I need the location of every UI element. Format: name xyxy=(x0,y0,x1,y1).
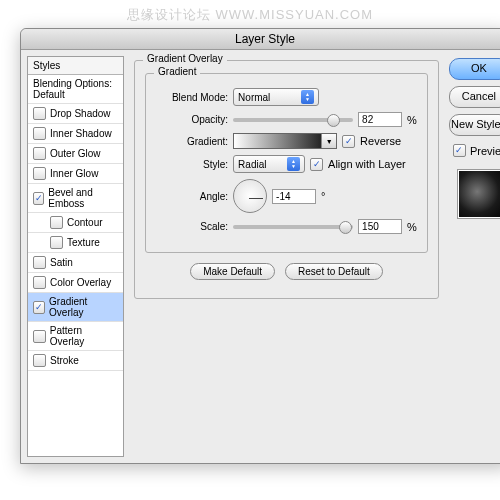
sidebar-item-label: Satin xyxy=(50,257,73,268)
dialog-body: Styles Blending Options: Default Drop Sh… xyxy=(21,50,500,463)
checkbox[interactable] xyxy=(33,276,46,289)
blend-mode-label: Blend Mode: xyxy=(156,92,228,103)
align-checkbox[interactable] xyxy=(310,158,323,171)
opacity-unit: % xyxy=(407,114,417,126)
scale-slider[interactable] xyxy=(233,225,353,229)
align-label: Align with Layer xyxy=(328,158,406,170)
chevron-updown-icon: ▲▼ xyxy=(287,157,300,171)
sidebar-item-outer-glow[interactable]: Outer Glow xyxy=(28,144,123,164)
sidebar-item-label: Inner Glow xyxy=(50,168,98,179)
group-legend: Gradient Overlay xyxy=(143,53,227,64)
preview-label: Preview xyxy=(470,145,500,157)
chevron-down-icon[interactable]: ▼ xyxy=(321,134,336,148)
sidebar-item-label: Color Overlay xyxy=(50,277,111,288)
opacity-slider[interactable] xyxy=(233,118,353,122)
sidebar-item-inner-shadow[interactable]: Inner Shadow xyxy=(28,124,123,144)
sidebar-item-label: Pattern Overlay xyxy=(50,325,118,347)
sidebar-header[interactable]: Styles xyxy=(28,57,123,75)
preview-row: Preview xyxy=(449,144,500,157)
sidebar-item-label: Inner Shadow xyxy=(50,128,112,139)
sidebar-item-label: Stroke xyxy=(50,355,79,366)
preview-swatch xyxy=(457,169,500,219)
cancel-button[interactable]: Cancel xyxy=(449,86,500,108)
subgroup-legend: Gradient xyxy=(154,66,200,77)
settings-panel: Gradient Overlay Gradient Blend Mode: No… xyxy=(124,50,443,463)
watermark-text: 思缘设计论坛 WWW.MISSYUAN.COM xyxy=(0,6,500,24)
sidebar-item-contour[interactable]: Contour xyxy=(28,213,123,233)
sidebar-item-inner-glow[interactable]: Inner Glow xyxy=(28,164,123,184)
gradient-overlay-group: Gradient Overlay Gradient Blend Mode: No… xyxy=(134,60,439,299)
checkbox[interactable] xyxy=(50,236,63,249)
style-label: Style: xyxy=(156,159,228,170)
sidebar-item-label: Contour xyxy=(67,217,103,228)
scale-label: Scale: xyxy=(156,221,228,232)
gradient-subgroup: Gradient Blend Mode: Normal▲▼ Opacity: 8… xyxy=(145,73,428,253)
style-row: Style: Radial▲▼ Align with Layer xyxy=(156,155,417,173)
sidebar-item-label: Drop Shadow xyxy=(50,108,111,119)
preview-checkbox[interactable] xyxy=(453,144,466,157)
opacity-label: Opacity: xyxy=(156,114,228,125)
blend-mode-row: Blend Mode: Normal▲▼ xyxy=(156,88,417,106)
gradient-picker[interactable]: ▼ xyxy=(233,133,337,149)
styles-sidebar: Styles Blending Options: Default Drop Sh… xyxy=(27,56,124,457)
sidebar-item-gradient-overlay[interactable]: Gradient Overlay xyxy=(28,293,123,322)
checkbox[interactable] xyxy=(33,256,46,269)
ok-button[interactable]: OK xyxy=(449,58,500,80)
checkbox[interactable] xyxy=(33,167,46,180)
angle-input[interactable]: -14 xyxy=(272,189,316,204)
layer-style-dialog: Layer Style Styles Blending Options: Def… xyxy=(20,28,500,464)
blend-mode-select[interactable]: Normal▲▼ xyxy=(233,88,319,106)
sidebar-item-stroke[interactable]: Stroke xyxy=(28,351,123,371)
reverse-checkbox[interactable] xyxy=(342,135,355,148)
opacity-row: Opacity: 82 % xyxy=(156,112,417,127)
sidebar-item-pattern-overlay[interactable]: Pattern Overlay xyxy=(28,322,123,351)
blending-options-row[interactable]: Blending Options: Default xyxy=(28,75,123,104)
reverse-label: Reverse xyxy=(360,135,401,147)
style-select[interactable]: Radial▲▼ xyxy=(233,155,305,173)
reset-default-button[interactable]: Reset to Default xyxy=(285,263,383,280)
checkbox[interactable] xyxy=(50,216,63,229)
right-buttons: OK Cancel New Style.. Preview xyxy=(443,50,500,463)
sidebar-item-satin[interactable]: Satin xyxy=(28,253,123,273)
scale-unit: % xyxy=(407,221,417,233)
chevron-updown-icon: ▲▼ xyxy=(301,90,314,104)
new-style-button[interactable]: New Style.. xyxy=(449,114,500,136)
sidebar-item-color-overlay[interactable]: Color Overlay xyxy=(28,273,123,293)
sidebar-item-label: Outer Glow xyxy=(50,148,101,159)
angle-row: Angle: -14 ° xyxy=(156,179,417,213)
checkbox[interactable] xyxy=(33,354,46,367)
angle-label: Angle: xyxy=(156,191,228,202)
sidebar-item-bevel-and-emboss[interactable]: Bevel and Emboss xyxy=(28,184,123,213)
checkbox[interactable] xyxy=(33,301,45,314)
sidebar-item-label: Bevel and Emboss xyxy=(48,187,118,209)
scale-input[interactable]: 150 xyxy=(358,219,402,234)
checkbox[interactable] xyxy=(33,127,46,140)
gradient-row: Gradient: ▼ Reverse xyxy=(156,133,417,149)
window-title: Layer Style xyxy=(21,29,500,50)
sidebar-item-texture[interactable]: Texture xyxy=(28,233,123,253)
checkbox[interactable] xyxy=(33,330,46,343)
default-buttons-row: Make Default Reset to Default xyxy=(145,263,428,280)
scale-row: Scale: 150 % xyxy=(156,219,417,234)
sidebar-item-label: Gradient Overlay xyxy=(49,296,118,318)
checkbox[interactable] xyxy=(33,147,46,160)
sidebar-item-drop-shadow[interactable]: Drop Shadow xyxy=(28,104,123,124)
angle-dial[interactable] xyxy=(233,179,267,213)
sidebar-item-label: Texture xyxy=(67,237,100,248)
gradient-label: Gradient: xyxy=(156,136,228,147)
angle-unit: ° xyxy=(321,190,325,202)
opacity-input[interactable]: 82 xyxy=(358,112,402,127)
make-default-button[interactable]: Make Default xyxy=(190,263,275,280)
checkbox[interactable] xyxy=(33,192,44,205)
checkbox[interactable] xyxy=(33,107,46,120)
